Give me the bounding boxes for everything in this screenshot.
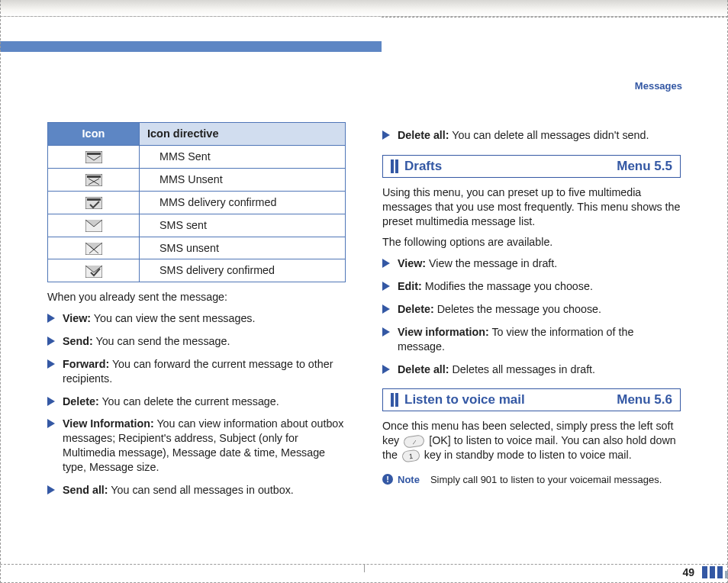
option-desc: Deletes the message you choose.: [434, 303, 601, 315]
voicemail-para: Once this menu has been selected, simply…: [382, 419, 681, 462]
sms-sent-icon: [85, 220, 102, 232]
option-term: Delete:: [398, 303, 434, 315]
option-term: Send:: [63, 335, 93, 347]
icon-table-header-icon: Icon: [48, 123, 140, 146]
right-column: Delete all: You can delete all messages …: [382, 122, 681, 557]
option-desc: You can delete all messages didn't send.: [449, 129, 649, 141]
list-item: Delete all: You can delete all messages …: [382, 128, 681, 143]
option-desc: You can delete the current message.: [99, 395, 279, 407]
table-row: MMS delivery confirmed: [48, 191, 346, 214]
footer-tick: [364, 565, 365, 572]
option-term: View:: [63, 312, 91, 324]
list-item: Delete: Deletes the message you choose.: [382, 302, 681, 317]
section-label: Messages: [635, 80, 682, 92]
top-dashed-right: [382, 17, 728, 18]
list-item: View: View the message in draft.: [382, 256, 681, 271]
list-item: Send: You can send the message.: [47, 334, 346, 349]
icon-directive: MMS delivery confirmed: [140, 191, 346, 214]
list-item: View Information: You can view informati…: [47, 417, 346, 474]
softkey-icon: ⟋: [403, 434, 425, 449]
page-header-band: [0, 0, 728, 69]
voicemail-section-header: Listen to voice mail Menu 5.6: [382, 388, 681, 411]
voicemail-key1: [OK]: [429, 434, 451, 446]
icon-directive: SMS sent: [140, 214, 346, 237]
option-desc: Modifies the massage you choose.: [422, 280, 593, 292]
drafts-option-list: View: View the message in draft. Edit: M…: [382, 256, 681, 376]
section-menu-ref: Menu 5.6: [617, 391, 672, 408]
table-row: MMS Unsent: [48, 168, 346, 191]
mms-unsent-icon: [85, 174, 102, 186]
section-menu-ref: Menu 5.5: [617, 158, 672, 175]
note-text: Simply call 901 to listen to your voicem…: [430, 473, 662, 486]
right-top-list: Delete all: You can delete all messages …: [382, 128, 681, 143]
sms-delivery-confirmed-icon: [85, 266, 102, 278]
list-item: Send all: You can send all messages in o…: [47, 483, 346, 498]
option-term: Forward:: [63, 358, 109, 370]
icon-directive: MMS Unsent: [140, 168, 346, 191]
option-term: Send all:: [63, 484, 108, 496]
note-badge-icon: !: [382, 474, 393, 485]
footer-stripes-icon: [702, 566, 728, 578]
left-column: Icon Icon directive MMS Sent MMS Unsent: [47, 122, 346, 557]
option-term: Delete all:: [398, 129, 449, 141]
option-term: Delete:: [63, 395, 99, 407]
svg-rect-7: [87, 198, 101, 201]
table-row: SMS delivery confirmed: [48, 259, 346, 282]
mms-sent-icon: [85, 151, 102, 163]
icon-directive: SMS unsent: [140, 237, 346, 259]
top-gradient: [0, 0, 728, 17]
key-1-icon: 1: [401, 449, 420, 462]
section-bars-icon: [391, 393, 398, 407]
option-term: View information:: [398, 326, 489, 338]
icon-directive: MMS Sent: [140, 146, 346, 169]
list-item: View information: To view the informatio…: [382, 325, 681, 354]
svg-rect-3: [87, 176, 101, 178]
section-title: Drafts: [404, 158, 617, 175]
note-label: Note: [398, 473, 420, 486]
icon-table: Icon Icon directive MMS Sent MMS Unsent: [47, 122, 346, 282]
option-term: View Information:: [63, 417, 154, 430]
blue-tab: [0, 41, 382, 52]
table-row: SMS unsent: [48, 237, 346, 259]
top-left-band: [0, 17, 382, 43]
option-desc: Deletes all messages in draft.: [449, 363, 596, 375]
list-item: Delete: You can delete the current messa…: [47, 395, 346, 409]
page-number: 49: [682, 566, 694, 578]
left-option-list: View: You can view the sent messages. Se…: [47, 311, 346, 498]
sms-unsent-icon: [85, 243, 102, 255]
drafts-section-header: Drafts Menu 5.5: [382, 155, 681, 178]
section-title: Listen to voice mail: [404, 391, 617, 408]
option-desc: You can send all messages in outbox.: [108, 484, 294, 496]
list-item: View: You can view the sent messages.: [47, 311, 346, 326]
table-row: SMS sent: [48, 214, 346, 237]
icon-directive: SMS delivery confirmed: [140, 259, 346, 282]
drafts-para-1: Using this menu, you can preset up to fi…: [382, 185, 681, 229]
voicemail-text-c: key in standby mode to listen to voice m…: [424, 449, 632, 461]
option-desc: View the message in draft.: [426, 257, 557, 269]
list-item: Delete all: Deletes all messages in draf…: [382, 362, 681, 377]
list-item: Forward: You can forward the current mes…: [47, 357, 346, 386]
option-term: View:: [398, 257, 426, 269]
list-item: Edit: Modifies the massage you choose.: [382, 279, 681, 294]
mms-delivery-confirmed-icon: [85, 197, 102, 209]
option-term: Edit:: [398, 280, 422, 292]
note-row: ! Note Simply call 901 to listen to your…: [382, 473, 681, 486]
icon-table-header-directive: Icon directive: [140, 123, 346, 146]
option-desc: You can view the sent messages.: [91, 312, 255, 324]
option-term: Delete all:: [398, 363, 449, 375]
table-row: MMS Sent: [48, 146, 346, 169]
svg-rect-1: [87, 153, 101, 155]
section-bars-icon: [391, 159, 398, 173]
drafts-para-2: The following options are available.: [382, 235, 681, 250]
left-intro: When you already sent the message:: [47, 290, 346, 304]
option-desc: You can send the message.: [93, 335, 230, 347]
